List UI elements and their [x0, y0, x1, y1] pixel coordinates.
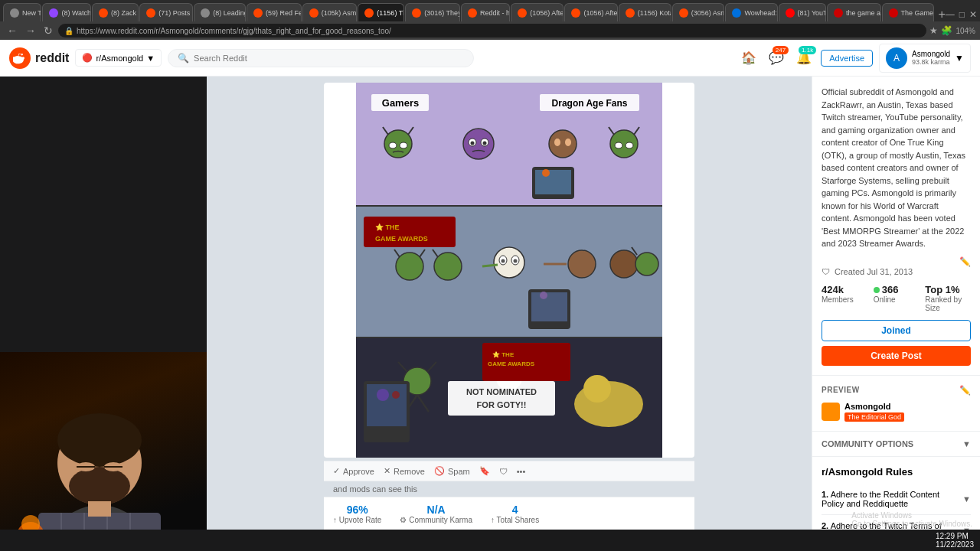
community-stats: 424k Members 366 Online Top 1% Ranked by… [822, 284, 971, 312]
maximize-btn[interactable]: □ [959, 9, 965, 20]
community-karma-stat: N/A ⚙ Community Karma [400, 504, 472, 524]
svg-rect-43 [535, 170, 571, 194]
advertise-button[interactable]: Advertise [821, 50, 873, 67]
tab-youtube[interactable]: (81) YouTube [779, 3, 826, 21]
user-details: Asmongold 93.8k karma [912, 50, 950, 66]
svg-point-35 [554, 139, 560, 146]
extensions-btn[interactable]: 🧩 [941, 25, 952, 36]
minimize-btn[interactable]: — [946, 9, 955, 20]
remove-button[interactable]: ✕ Remove [384, 466, 425, 476]
preview-edit-icon[interactable]: ✏️ [959, 385, 971, 396]
create-post-button[interactable]: Create Post [822, 346, 971, 366]
svg-rect-47 [364, 217, 456, 247]
tab-red[interactable]: (59) Red Fergu... [247, 3, 302, 21]
community-options[interactable]: COMMUNITY OPTIONS ▼ [812, 432, 980, 457]
rule-item-1[interactable]: 1. Adhere to the Reddit Content Policy a… [822, 484, 971, 515]
close-btn[interactable]: ✕ [969, 9, 977, 20]
upvote-rate-value: 96% [333, 504, 381, 516]
subreddit-icon: 🔴 [82, 53, 93, 63]
tab-wowhead[interactable]: Wowhead: Th... [725, 3, 777, 21]
reddit-alien-icon [13, 51, 27, 65]
browser-chrome: New Tab (8) Watch la... (8) Zack (B... (… [0, 0, 980, 40]
taskbar-time: 12:29 PM 11/22/2023 [936, 532, 974, 549]
spam-icon: 🚫 [434, 466, 445, 476]
new-tab-button[interactable]: + [938, 8, 945, 21]
clock-date: 11/22/2023 [936, 540, 974, 549]
approve-icon: ✓ [333, 466, 340, 476]
refresh-button[interactable]: ↻ [41, 24, 55, 37]
tab-active[interactable]: (1156) Tha... [358, 3, 404, 21]
tab-reddit-http[interactable]: Reddit - http... [461, 3, 510, 21]
svg-point-89 [377, 389, 389, 401]
svg-point-44 [542, 169, 550, 177]
lock-button[interactable]: 🛡 [499, 467, 508, 476]
reddit-logo[interactable]: reddit [9, 47, 69, 69]
search-input[interactable] [194, 54, 464, 63]
preview-section: PREVIEW ✏️ Asmongold The Editorial God [812, 376, 980, 432]
rank-stat: Top 1% Ranked by Size [925, 284, 971, 312]
members-stat: 424k Members [822, 284, 867, 312]
tab-after-2[interactable]: (1056) After th... [564, 3, 617, 21]
tab-twitch[interactable]: (8) Watch la... [42, 3, 91, 21]
tab-after-1[interactable]: (1056) After th... [511, 3, 564, 21]
svg-rect-68 [531, 292, 567, 321]
tab-posts[interactable]: (71) Posts Mel... [139, 3, 193, 21]
joined-button[interactable]: Joined [822, 320, 971, 341]
url-bar[interactable]: 🔒 https://www.reddit.com/r/Asmongold/com… [58, 24, 926, 37]
back-button[interactable]: ← [5, 24, 20, 37]
home-button[interactable]: 🏠 [738, 47, 760, 68]
clock-time: 12:29 PM [936, 532, 974, 540]
user-avatar: A [886, 47, 907, 69]
more-options-button[interactable]: ••• [517, 467, 526, 476]
mod-notice: and mods can see this [324, 481, 694, 497]
subreddit-selector[interactable]: 🔴 r/Asmongold ▼ [75, 49, 162, 67]
chat-button[interactable]: 💬 247 [766, 47, 787, 68]
tab-leading[interactable]: (8) Leading R... [194, 3, 246, 21]
preview-user: Asmongold The Editorial God [822, 402, 971, 422]
forward-button[interactable]: → [23, 24, 38, 37]
user-menu-chevron: ▼ [955, 53, 964, 64]
search-bar[interactable]: 🔍 [168, 49, 474, 67]
svg-point-4 [57, 413, 142, 467]
members-label: Members [822, 295, 867, 304]
svg-point-63 [635, 253, 658, 276]
svg-text:FOR GOTY!!: FOR GOTY!! [477, 400, 527, 409]
karma-badge: 1.1k [799, 46, 816, 54]
bookmark-btn[interactable]: ★ [929, 25, 938, 36]
online-stat: 366 Online [874, 284, 920, 312]
tab-tga-1[interactable]: the game awar... [827, 3, 881, 21]
spam-button[interactable]: 🚫 Spam [434, 466, 470, 476]
shield-button[interactable]: 🔖 [479, 466, 490, 476]
remove-icon: ✕ [384, 466, 390, 476]
about-text: Official subreddit of Asmongold and Zack… [822, 86, 971, 250]
svg-line-65 [482, 265, 498, 266]
tab-asmon-2[interactable]: (3056) Asmon... [672, 3, 725, 21]
activation-line1: Activate Windows [851, 511, 972, 520]
svg-point-62 [610, 250, 638, 278]
online-indicator [874, 287, 880, 293]
search-icon: 🔍 [178, 53, 189, 64]
svg-rect-19 [356, 205, 662, 207]
preview-avatar [822, 403, 840, 421]
streamer-cam [0, 352, 207, 551]
notification-button[interactable]: 🔔 1.1k [793, 47, 815, 68]
left-sidebar [0, 77, 207, 551]
rule-1-chevron: ▼ [962, 494, 971, 504]
tab-3016[interactable]: (3016) They do... [405, 3, 460, 21]
share-icon: ↑ [491, 516, 495, 524]
tab-105k[interactable]: (105k) Asmong... [302, 3, 358, 21]
tab-new[interactable]: New Tab [3, 3, 41, 21]
preview-username: Asmongold [844, 402, 904, 411]
tab-tga-2[interactable]: The Game Aw... [882, 3, 935, 21]
approve-button[interactable]: ✓ Approve [333, 466, 374, 476]
svg-text:GAME AWARDS: GAME AWARDS [375, 235, 428, 243]
chat-badge: 247 [773, 46, 789, 54]
svg-text:⭐ THE: ⭐ THE [375, 223, 400, 232]
svg-point-69 [540, 292, 547, 299]
tab-kotaku[interactable]: (1156) Kotaku... [619, 3, 671, 21]
edit-icon[interactable]: ✏️ [959, 256, 971, 267]
windows-activation: Activate Windows Go to Settings to activ… [851, 511, 972, 528]
user-menu[interactable]: A Asmongold 93.8k karma ▼ [879, 44, 971, 73]
meme-comic-svg: Gamers Dragon Age Fans [356, 83, 662, 458]
tab-reddit-1[interactable]: (8) Zack (B... [92, 3, 139, 21]
